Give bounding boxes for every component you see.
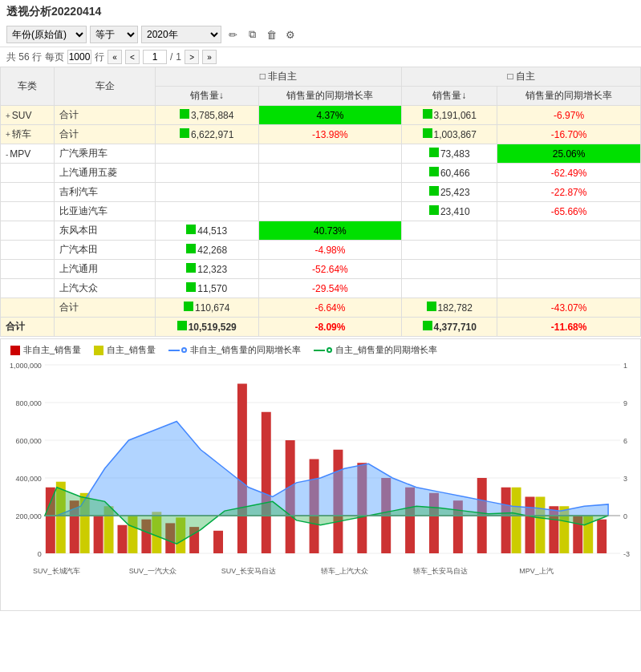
col-self-growth: 销售量的同期增长率 <box>497 87 641 106</box>
operator-select[interactable]: 等于 不等于 <box>90 26 138 43</box>
flag-icon <box>186 244 196 253</box>
chart-svg: 1,000,000800,000600,000400,000200,000019… <box>1 361 640 593</box>
data-table: 车类 车企 □ 非自主 □ 自主 销售量↓ 销售量的同期增长率 销售量↓ 销售量… <box>0 67 641 337</box>
cell-non-self-sales <box>155 202 258 221</box>
svg-text:轿车_上汽大众: 轿车_上汽大众 <box>321 567 368 575</box>
svg-text:SUV_一汽大众: SUV_一汽大众 <box>129 567 176 575</box>
legend-line <box>168 350 180 351</box>
flag-icon <box>429 186 439 196</box>
chart-container: 非自主_销售量自主_销售量非自主_销售量的同期增长率自主_销售量的同期增长率 1… <box>0 338 641 611</box>
flag-icon <box>180 109 189 119</box>
cell-non-self-growth: -6.64% <box>258 298 402 318</box>
per-page-input[interactable] <box>67 50 91 64</box>
grand-total-s-growth: -11.68% <box>497 318 641 337</box>
cell-non-self-growth <box>258 183 402 202</box>
cell-self-sales <box>402 221 497 241</box>
legend-item: 自主_销售量 <box>94 344 156 356</box>
cell-car-type <box>1 183 55 202</box>
first-page-btn[interactable]: « <box>108 50 122 64</box>
svg-text:1,000,000: 1,000,000 <box>10 362 42 370</box>
prev-page-btn[interactable]: < <box>125 50 140 64</box>
rows-label: 行 <box>95 51 104 64</box>
copy-icon[interactable]: ⧉ <box>244 26 260 43</box>
col-non-self-header: □ 非自主 <box>155 67 401 87</box>
cell-self-growth <box>497 241 641 260</box>
col-car-type: 车类 <box>1 67 55 106</box>
current-page-input[interactable] <box>143 50 167 64</box>
cell-car-brand: 吉利汽车 <box>55 183 156 202</box>
cell-car-type <box>1 164 55 183</box>
cell-self-growth: -65.66% <box>497 202 641 221</box>
cell-car-type <box>1 260 55 279</box>
cell-self-sales <box>402 279 497 298</box>
cell-car-type <box>1 202 55 221</box>
cell-self-sales: 3,191,061 <box>402 106 497 125</box>
svg-rect-27 <box>262 412 271 553</box>
cell-car-brand: 广汽乘用车 <box>55 144 156 164</box>
expand-icon[interactable]: + <box>6 130 10 139</box>
cell-self-growth: 25.06% <box>497 144 641 164</box>
legend-item: 非自主_销售量的同期增长率 <box>168 344 301 356</box>
svg-rect-49 <box>535 497 545 554</box>
cell-non-self-sales <box>155 144 258 164</box>
svg-rect-38 <box>525 497 535 554</box>
cell-self-sales <box>402 260 497 279</box>
flag-icon <box>423 128 432 138</box>
cell-self-sales <box>402 241 497 260</box>
delete-icon[interactable]: 🗑 <box>263 26 279 43</box>
next-page-btn[interactable]: > <box>185 50 199 64</box>
col-car-brand: 车企 <box>55 67 156 106</box>
flag-icon <box>184 302 193 311</box>
svg-text:MPV_上汽: MPV_上汽 <box>519 567 553 575</box>
cell-non-self-sales: 12,323 <box>155 260 258 279</box>
settings-icon[interactable]: ⚙ <box>282 26 298 43</box>
svg-text:SUV_长安马自达: SUV_长安马自达 <box>221 567 276 575</box>
flag-icon <box>423 109 432 119</box>
cell-non-self-sales: 6,622,971 <box>155 125 258 144</box>
cell-non-self-growth: -4.98% <box>258 241 402 260</box>
svg-text:SUV_长城汽车: SUV_长城汽车 <box>33 567 80 575</box>
col-non-self-sales: 销售量↓ <box>155 87 258 106</box>
cell-self-growth: -16.70% <box>497 125 641 144</box>
col-self-header: □ 自主 <box>402 67 641 87</box>
cell-self-growth <box>497 260 641 279</box>
cell-non-self-growth <box>258 144 402 164</box>
expand-icon[interactable]: - <box>6 150 8 159</box>
last-page-btn[interactable]: » <box>202 50 217 64</box>
page-title: 透视分析20220414 <box>0 0 641 22</box>
cell-non-self-growth: -13.98% <box>258 125 402 144</box>
cell-self-sales: 60,466 <box>402 164 497 183</box>
svg-text:0: 0 <box>623 512 627 520</box>
svg-text:400,000: 400,000 <box>15 475 41 483</box>
flag-icon <box>429 148 439 157</box>
cell-non-self-growth: -52.64% <box>258 260 402 279</box>
cell-car-type <box>1 221 55 241</box>
legend-icon <box>314 347 332 353</box>
cell-self-growth: -62.49% <box>497 164 641 183</box>
cell-non-self-sales: 11,570 <box>155 279 258 298</box>
cell-non-self-growth: 40.73% <box>258 221 402 241</box>
legend-circle <box>327 347 332 353</box>
cell-car-type <box>1 279 55 298</box>
value-select[interactable]: 2020年 2019年 2021年 <box>141 26 221 43</box>
cell-car-type: +SUV <box>1 106 55 125</box>
cell-non-self-sales: 44,513 <box>155 221 258 241</box>
pagination-bar: 共 56 行 每页 行 « < / 1 > » <box>0 47 641 67</box>
cell-self-sales: 73,483 <box>402 144 497 164</box>
cell-self-sales: 25,423 <box>402 183 497 202</box>
svg-text:200,000: 200,000 <box>15 512 41 520</box>
cell-car-brand: 合计 <box>55 106 156 125</box>
cell-self-sales: 182,782 <box>402 298 497 318</box>
chart-legend: 非自主_销售量自主_销售量非自主_销售量的同期增长率自主_销售量的同期增长率 <box>1 339 640 361</box>
svg-text:9: 9 <box>623 399 627 407</box>
edit-icon[interactable]: ✏ <box>225 26 241 43</box>
expand-icon[interactable]: + <box>6 111 10 120</box>
col-self-sales: 销售量↓ <box>402 87 497 106</box>
cell-car-type <box>1 241 55 260</box>
field-select[interactable]: 年份(原始值) <box>6 26 87 43</box>
total-pages: 1 <box>176 51 181 63</box>
svg-text:0: 0 <box>38 550 42 558</box>
cell-car-brand: 比亚迪汽车 <box>55 202 156 221</box>
legend-color <box>94 346 103 355</box>
page-separator: / <box>170 51 172 63</box>
